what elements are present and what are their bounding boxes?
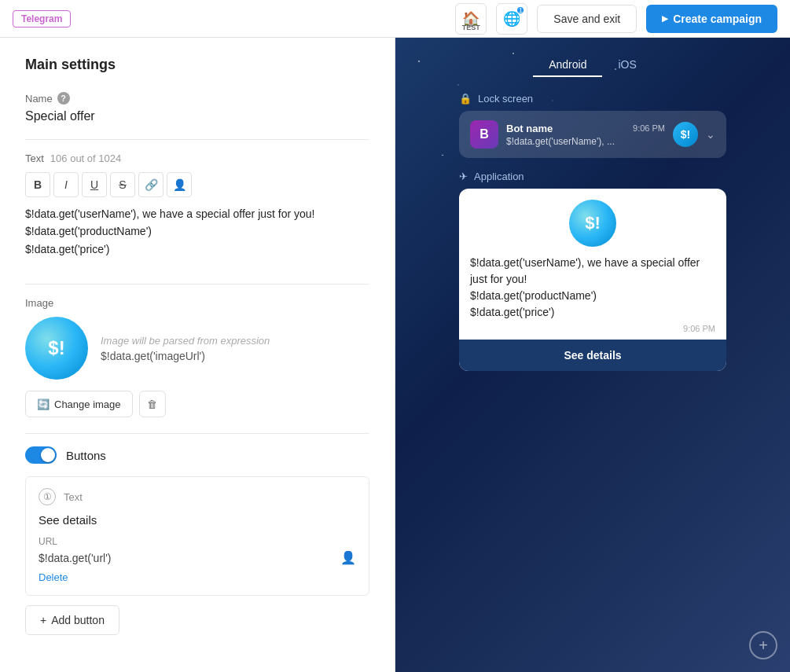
save-exit-button[interactable]: Save and exit (537, 5, 637, 33)
buttons-label: Buttons (66, 449, 106, 462)
app-section: ✈ Application $! $!data.get('userName'),… (459, 171, 726, 371)
lock-icon: 🔒 (459, 93, 472, 105)
refresh-icon: 🔄 (37, 398, 50, 410)
bot-avatar-small: B (470, 120, 498, 149)
bold-button[interactable]: B (25, 172, 50, 197)
buttons-toggle[interactable] (25, 446, 57, 464)
trash-icon: 🗑 (147, 398, 157, 410)
tab-android[interactable]: Android (533, 53, 602, 77)
text-line-2: $!data.get('productName') (25, 222, 369, 240)
send-icon: ✈ (459, 171, 468, 182)
delete-link[interactable]: Delete (39, 571, 68, 583)
app-message-time: 9:06 PM (470, 324, 715, 333)
button-item-1: ① Text See details URL $!data.get('url')… (25, 476, 369, 596)
name-label-row: Name ? (25, 92, 369, 105)
link-button[interactable]: 🔗 (138, 172, 164, 197)
app-label-text: Application (474, 171, 524, 182)
see-details-button[interactable]: See details (459, 340, 726, 371)
text-line-3: $!data.get('price') (25, 241, 369, 258)
divider-1 (25, 139, 369, 140)
underline-button[interactable]: U (82, 172, 107, 197)
button-type-label: Text (64, 491, 83, 503)
svg-point-2 (513, 53, 514, 54)
app-message-line1: $!data.get('userName'), we have a specia… (470, 256, 700, 285)
create-campaign-label: Create campaign (673, 13, 762, 25)
button-url-label: URL (39, 536, 356, 547)
lock-notif-content: Bot name 9:06 PM $!data.get('userName'),… (506, 123, 665, 147)
button-text-value: See details (39, 513, 356, 527)
image-row: $! Image will be parsed from expression … (25, 317, 369, 380)
strikethrough-button[interactable]: S (110, 172, 135, 197)
lock-bot-name: Bot name (506, 123, 553, 134)
app-message-body: $! $!data.get('userName'), we have a spe… (459, 189, 726, 340)
image-btn-row: 🔄 Change image 🗑 (25, 391, 369, 417)
button-url-value: $!data.get('url') (39, 552, 334, 564)
lock-section-label: 🔒 Lock screen (459, 93, 726, 105)
lock-screen-label-text: Lock screen (478, 93, 533, 105)
lock-notif-header: Bot name 9:06 PM (506, 123, 665, 134)
change-image-label: Change image (54, 398, 121, 410)
change-image-button[interactable]: 🔄 Change image (25, 391, 133, 417)
app-section-label: ✈ Application (459, 171, 726, 182)
right-panel: Android iOS 🔒 Lock screen B Bot name 9:0… (395, 38, 790, 672)
image-caption: Image will be parsed from expression (101, 335, 270, 347)
app-message-line3: $!data.get('price') (470, 306, 554, 318)
plus-button[interactable]: + (749, 631, 777, 659)
image-caption-area: Image will be parsed from expression $!d… (101, 335, 270, 362)
telegram-badge[interactable]: Telegram (13, 10, 71, 28)
button-num: ① (39, 488, 56, 505)
image-label: Image (25, 297, 369, 309)
image-expression: $!data.get('imageUrl') (101, 350, 270, 362)
globe-button[interactable]: 🌐 1 (496, 3, 527, 35)
tab-ios[interactable]: iOS (602, 53, 652, 77)
lock-chevron-icon: ⌄ (706, 128, 715, 141)
person-button[interactable]: 👤 (167, 172, 192, 197)
test-button[interactable]: 🏠 TEST (455, 3, 487, 35)
left-panel: Main settings Name ? Special offer Text … (0, 38, 395, 672)
person-icon-btn[interactable]: 👤 (340, 550, 356, 565)
svg-point-6 (442, 155, 444, 156)
section-title: Main settings (25, 57, 369, 73)
add-button-label: Add button (51, 614, 105, 626)
add-button-button[interactable]: + Add button (25, 605, 119, 635)
app-message-card: $! $!data.get('userName'), we have a spe… (459, 189, 726, 371)
text-line-1: $!data.get('userName'), we have a specia… (25, 205, 369, 222)
text-label: Text (25, 152, 44, 164)
main-layout: Main settings Name ? Special offer Text … (0, 38, 790, 672)
lock-dollar-badge: $! (673, 122, 698, 147)
preview-tabs: Android iOS (533, 53, 652, 77)
app-message-text: $!data.get('userName'), we have a specia… (470, 255, 715, 321)
text-count: 106 out of 1024 (50, 152, 121, 164)
image-section: Image $! Image will be parsed from expre… (25, 297, 369, 417)
toggle-knob (41, 448, 55, 462)
lock-time: 9:06 PM (633, 123, 665, 133)
button-url-row: $!data.get('url') 👤 (39, 550, 356, 565)
text-content-area[interactable]: $!data.get('userName'), we have a specia… (25, 205, 369, 268)
image-preview: $! (25, 317, 88, 380)
lock-notification: B Bot name 9:06 PM $!data.get('userName'… (459, 111, 726, 158)
divider-2 (25, 284, 369, 285)
text-toolbar: B I U S 🔗 👤 (25, 172, 369, 197)
test-label: TEST (462, 24, 480, 31)
name-value: Special offer (25, 109, 369, 123)
app-image-large: $! (569, 200, 616, 247)
delete-image-button[interactable]: 🗑 (139, 391, 166, 417)
lock-notif-text: $!data.get('userName'), ... (506, 136, 665, 147)
buttons-section: Buttons ① Text See details URL $!data.ge… (25, 446, 369, 635)
app-message-line2: $!data.get('productName') (470, 289, 597, 302)
buttons-toggle-row: Buttons (25, 446, 369, 464)
plus-icon: + (40, 614, 46, 626)
svg-point-0 (418, 61, 420, 62)
italic-button[interactable]: I (53, 172, 79, 197)
name-label: Name (25, 93, 53, 105)
play-icon: ▶ (662, 14, 668, 23)
name-help-icon[interactable]: ? (57, 92, 70, 105)
topbar: Telegram 🏠 TEST 🌐 1 Save and exit ▶ Crea… (0, 0, 790, 38)
globe-badge: 1 (517, 7, 524, 13)
lock-screen-section: 🔒 Lock screen B Bot name 9:06 PM $!data.… (459, 93, 726, 158)
svg-point-1 (457, 84, 459, 86)
divider-3 (25, 433, 369, 434)
button-item-header: ① Text (39, 488, 356, 505)
create-campaign-button[interactable]: ▶ Create campaign (646, 5, 777, 33)
text-label-row: Text 106 out of 1024 (25, 152, 369, 164)
